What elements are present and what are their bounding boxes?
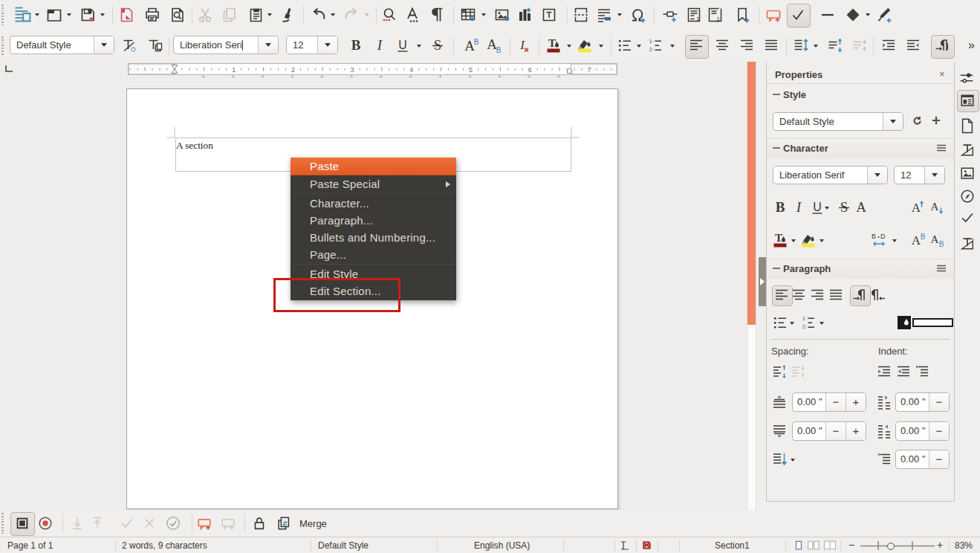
svg-text:2: 2	[291, 66, 295, 74]
svg-text:3: 3	[351, 66, 354, 74]
svg-text:1: 1	[717, 16, 721, 22]
svg-text:2·: 2·	[802, 323, 808, 330]
svg-text:B: B	[474, 38, 479, 46]
svg-text:1·: 1·	[802, 315, 808, 322]
svg-text:B: B	[872, 233, 876, 240]
svg-text:A: A	[931, 233, 939, 245]
svg-text:B: B	[351, 37, 361, 53]
svg-text:7: 7	[587, 66, 591, 74]
svg-text:A: A	[931, 201, 939, 213]
svg-text:I: I	[796, 199, 802, 215]
svg-text:U: U	[398, 39, 407, 51]
svg-text:B: B	[776, 199, 785, 215]
svg-text:U: U	[813, 201, 822, 213]
svg-text:6: 6	[528, 66, 532, 74]
svg-text:D: D	[880, 233, 886, 240]
svg-text:5: 5	[469, 66, 473, 74]
svg-text:4: 4	[409, 66, 413, 74]
svg-text:A: A	[856, 199, 866, 215]
svg-text:B: B	[921, 233, 926, 241]
svg-text:S: S	[434, 37, 442, 53]
svg-text:1: 1	[696, 16, 700, 22]
svg-text:I: I	[519, 38, 525, 52]
svg-text:1·: 1·	[649, 38, 655, 45]
svg-text:S: S	[840, 199, 848, 215]
svg-text:B: B	[939, 240, 944, 248]
svg-text:B: B	[496, 46, 502, 54]
svg-text:1: 1	[232, 66, 236, 74]
svg-text:2·: 2·	[649, 46, 655, 53]
svg-text:T: T	[775, 232, 782, 244]
svg-text:I: I	[377, 37, 383, 53]
svg-text:A: A	[912, 201, 921, 215]
svg-text:T: T	[548, 37, 556, 49]
